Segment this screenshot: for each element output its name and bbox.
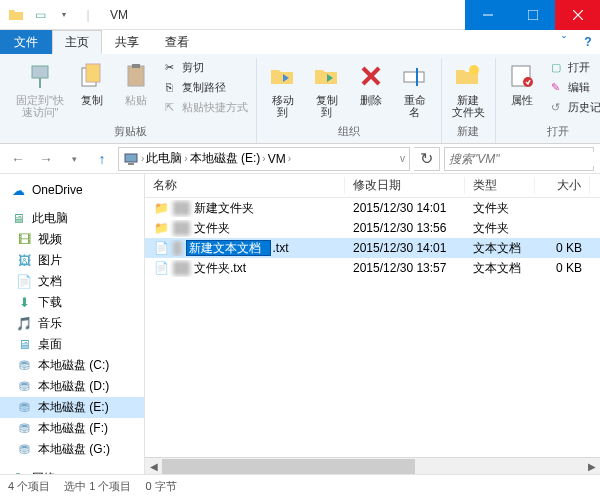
file-row[interactable]: 📄 █ .txt 2015/12/30 14:01 文本文档 0 KB (145, 238, 600, 258)
scroll-right-button[interactable]: ▶ (583, 458, 600, 475)
search-input[interactable] (449, 152, 600, 166)
properties-button[interactable]: 属性 (502, 58, 542, 108)
sidebar-item-network[interactable]: 🖧网络 (0, 468, 144, 474)
status-bytes: 0 字节 (145, 479, 176, 494)
copy-to-button[interactable]: 复制到 (307, 58, 347, 120)
sidebar-item-drive-d[interactable]: ⛃本地磁盘 (D:) (0, 376, 144, 397)
shortcut-icon: ⇱ (162, 99, 178, 115)
sidebar-item-desktop[interactable]: 🖥桌面 (0, 334, 144, 355)
app-icon[interactable] (6, 5, 26, 25)
sidebar-item-downloads[interactable]: ⬇下载 (0, 292, 144, 313)
paste-icon (120, 60, 152, 92)
open-button[interactable]: ▢打开 (546, 58, 600, 76)
edit-icon: ✎ (548, 79, 564, 95)
delete-button[interactable]: 删除 (351, 58, 391, 108)
tab-share[interactable]: 共享 (102, 30, 152, 54)
ribbon-tabs: 文件 主页 共享 查看 ˇ ? (0, 30, 600, 54)
qat-properties-icon[interactable]: ▭ (30, 5, 50, 25)
breadcrumb-dropdown-icon[interactable]: v (400, 153, 405, 164)
chevron-right-icon[interactable]: › (184, 153, 187, 164)
new-folder-button[interactable]: 新建 文件夹 (448, 58, 489, 120)
column-date[interactable]: 修改日期 (345, 177, 465, 194)
sidebar-item-videos[interactable]: 🎞视频 (0, 229, 144, 250)
sidebar-item-thispc[interactable]: 🖥此电脑 (0, 208, 144, 229)
move-to-button[interactable]: 移动到 (263, 58, 303, 120)
address-bar: ← → ▾ ↑ › 此电脑 › 本地磁盘 (E:) › VM › v ↻ 🔍 (0, 144, 600, 174)
rename-input[interactable] (186, 240, 271, 256)
download-icon: ⬇ (16, 295, 32, 311)
folder-icon: 📁 (153, 200, 169, 216)
ribbon-collapse-button[interactable]: ˇ (552, 30, 576, 54)
rename-icon (399, 60, 431, 92)
sidebar-item-drive-g[interactable]: ⛃本地磁盘 (G:) (0, 439, 144, 460)
up-button[interactable]: ↑ (90, 147, 114, 171)
chevron-right-icon[interactable]: › (288, 153, 291, 164)
cut-button[interactable]: ✂剪切 (160, 58, 250, 76)
file-row[interactable]: 📄██文件夹.txt 2015/12/30 13:57 文本文档 0 KB (145, 258, 600, 278)
search-box[interactable]: 🔍 (444, 147, 594, 171)
pin-to-quick-access-button[interactable]: 固定到"快 速访问" (12, 58, 68, 120)
file-row[interactable]: 📁██新建文件夹 2015/12/30 14:01 文件夹 (145, 198, 600, 218)
chevron-right-icon[interactable]: › (141, 153, 144, 164)
edit-button[interactable]: ✎编辑 (546, 78, 600, 96)
forward-button[interactable]: → (34, 147, 58, 171)
ribbon-help-button[interactable]: ? (576, 30, 600, 54)
svg-rect-12 (404, 72, 424, 82)
drive-icon: ⛃ (16, 400, 32, 416)
copy-button[interactable]: 复制 (72, 58, 112, 108)
qat-dropdown-icon[interactable]: ▾ (54, 5, 74, 25)
svg-rect-9 (132, 64, 140, 68)
path-icon: ⎘ (162, 79, 178, 95)
sidebar-item-pictures[interactable]: 🖼图片 (0, 250, 144, 271)
svg-rect-18 (128, 163, 134, 165)
rename-button[interactable]: 重命名 (395, 58, 435, 120)
recent-dropdown[interactable]: ▾ (62, 147, 86, 171)
file-row[interactable]: 📁██文件夹 2015/12/30 13:56 文件夹 (145, 218, 600, 238)
properties-icon (506, 60, 538, 92)
column-name[interactable]: 名称 (145, 177, 345, 194)
copy-path-button[interactable]: ⎘复制路径 (160, 78, 250, 96)
sidebar-item-onedrive[interactable]: ☁OneDrive (0, 180, 144, 200)
text-file-icon: 📄 (153, 260, 169, 276)
sidebar-item-drive-c[interactable]: ⛃本地磁盘 (C:) (0, 355, 144, 376)
scroll-left-button[interactable]: ◀ (145, 458, 162, 475)
column-type[interactable]: 类型 (465, 177, 535, 194)
pin-icon (24, 60, 56, 92)
drive-icon: ⛃ (16, 421, 32, 437)
maximize-button[interactable] (510, 0, 555, 30)
scroll-track[interactable] (162, 458, 583, 475)
paste-button[interactable]: 粘贴 (116, 58, 156, 108)
close-button[interactable] (555, 0, 600, 30)
sidebar-item-drive-e[interactable]: ⛃本地磁盘 (E:) (0, 397, 144, 418)
sidebar-item-documents[interactable]: 📄文档 (0, 271, 144, 292)
crumb-drive[interactable]: 本地磁盘 (E:) (190, 150, 261, 167)
horizontal-scrollbar[interactable]: ◀ ▶ (145, 457, 600, 474)
group-organize-label: 组织 (338, 122, 360, 143)
open-icon: ▢ (548, 59, 564, 75)
crumb-pc[interactable]: 此电脑 (146, 150, 182, 167)
sidebar-item-music[interactable]: 🎵音乐 (0, 313, 144, 334)
navigation-pane[interactable]: ☁OneDrive 🖥此电脑 🎞视频 🖼图片 📄文档 ⬇下载 🎵音乐 🖥桌面 ⛃… (0, 174, 145, 474)
copy-to-icon (311, 60, 343, 92)
crumb-folder[interactable]: VM (268, 152, 286, 166)
refresh-button[interactable]: ↻ (414, 147, 440, 171)
breadcrumb[interactable]: › 此电脑 › 本地磁盘 (E:) › VM › v (118, 147, 410, 171)
tab-home[interactable]: 主页 (52, 30, 102, 54)
title-bar: ▭ ▾ | VM (0, 0, 600, 30)
tab-file[interactable]: 文件 (0, 30, 52, 54)
minimize-button[interactable] (465, 0, 510, 30)
tab-view[interactable]: 查看 (152, 30, 202, 54)
desktop-icon: 🖥 (16, 337, 32, 353)
svg-rect-17 (125, 154, 137, 162)
sidebar-item-drive-f[interactable]: ⛃本地磁盘 (F:) (0, 418, 144, 439)
group-new-label: 新建 (457, 122, 479, 143)
history-button[interactable]: ↺历史记录 (546, 98, 600, 116)
column-size[interactable]: 大小 (535, 177, 590, 194)
svg-point-14 (469, 65, 479, 75)
file-list[interactable]: 📁██新建文件夹 2015/12/30 14:01 文件夹 📁██文件夹 201… (145, 198, 600, 457)
paste-shortcut-button[interactable]: ⇱粘贴快捷方式 (160, 98, 250, 116)
scroll-thumb[interactable] (162, 459, 415, 474)
chevron-right-icon[interactable]: › (262, 153, 265, 164)
pictures-icon: 🖼 (16, 253, 32, 269)
back-button[interactable]: ← (6, 147, 30, 171)
